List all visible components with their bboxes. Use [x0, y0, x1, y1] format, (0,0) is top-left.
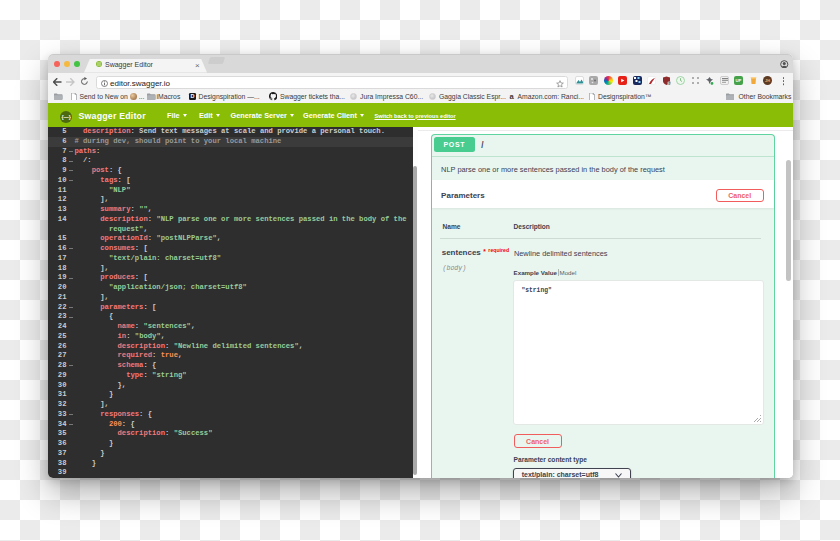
svg-text:1: 1: [668, 82, 670, 85]
svg-text:JH: JH: [765, 78, 770, 83]
